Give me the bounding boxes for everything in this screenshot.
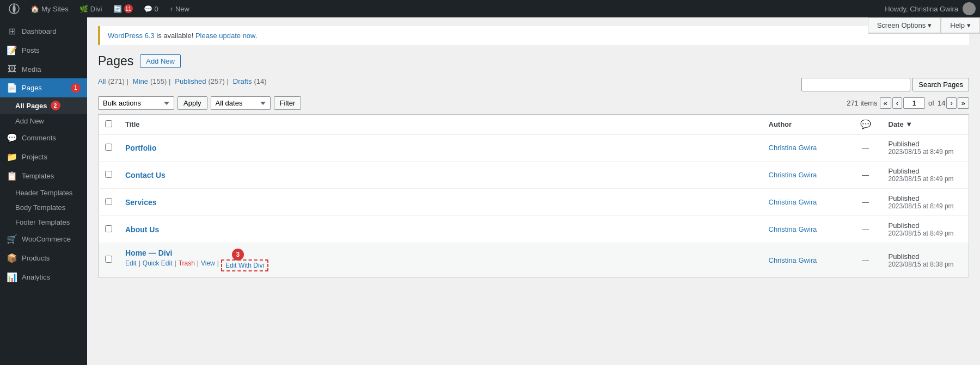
sep4: | (217, 259, 219, 271)
comments-val-home: — (862, 256, 869, 264)
page-number-input[interactable] (903, 97, 925, 109)
avatar (963, 2, 976, 15)
search-input[interactable] (801, 78, 910, 91)
sidebar-pages-label: Pages (22, 84, 42, 92)
comments-val-services: — (862, 198, 869, 206)
sidebar-item-posts[interactable]: 📝 Posts (0, 41, 87, 60)
th-date[interactable]: Date ▼ (882, 115, 969, 134)
view-link-home[interactable]: View (201, 259, 215, 271)
first-page-button[interactable]: « (880, 97, 891, 109)
filter-published-count: (257) | (208, 77, 228, 85)
filter-mine[interactable]: Mine (133, 77, 148, 85)
comment-col-icon: 💬 (860, 120, 871, 129)
table-row: Services Christina Gwira — Published 202… (99, 189, 969, 216)
author-link-about[interactable]: Christina Gwira (769, 225, 817, 233)
sidebar-sub-body-templates[interactable]: Body Templates (0, 200, 87, 215)
sidebar-sub-header-templates[interactable]: Header Templates (0, 185, 87, 200)
projects-icon: 📁 (7, 152, 17, 162)
sidebar-item-woocommerce[interactable]: 🛒 WooCommerce (0, 230, 87, 249)
sidebar-posts-label: Posts (22, 46, 40, 54)
sidebar-item-dashboard[interactable]: ⊞ Dashboard (0, 22, 87, 41)
wp-icon-link[interactable] (4, 0, 24, 17)
sidebar-item-media[interactable]: 🖼 Media (0, 60, 87, 78)
filter-all[interactable]: All (98, 77, 106, 85)
my-sites-link[interactable]: 🏠 My Sites (26, 0, 73, 17)
filter-published[interactable]: Published (175, 77, 206, 85)
posts-icon: 📝 (7, 45, 17, 55)
table-header-row: Title Author 💬 Date ▼ (99, 115, 969, 134)
screen-options-button[interactable]: Screen Options ▾ (868, 17, 941, 33)
site-name-link[interactable]: 🌿 Divi (75, 0, 107, 17)
author-link-portfolio[interactable]: Christina Gwira (769, 144, 817, 152)
filter-button[interactable]: Filter (274, 96, 302, 110)
chevron-down-icon-help: ▾ (967, 21, 971, 29)
date-filter-select[interactable]: All dates (211, 96, 271, 110)
th-author[interactable]: Author (762, 115, 849, 134)
sidebar-sub-all-pages[interactable]: All Pages 2 (0, 97, 87, 114)
new-content-link[interactable]: + New (165, 0, 194, 17)
svg-point-1 (13, 8, 15, 10)
comments-link[interactable]: 💬 0 (139, 0, 163, 17)
filter-drafts[interactable]: Drafts (233, 77, 252, 85)
screen-options-label: Screen Options (877, 21, 926, 29)
date-header-label: Date ▼ (889, 120, 913, 128)
row-comments-home: — (849, 243, 882, 277)
sidebar-sub-add-new[interactable]: Add New (0, 114, 87, 128)
trash-link-home[interactable]: Trash (179, 259, 195, 271)
last-page-button[interactable]: » (958, 97, 969, 109)
page-link-portfolio[interactable]: Portfolio (125, 144, 157, 152)
row-title-services: Services (119, 189, 762, 216)
pages-table: Title Author 💬 Date ▼ (98, 114, 969, 277)
help-button[interactable]: Help ▾ (941, 17, 980, 33)
row-author-portfolio: Christina Gwira (762, 134, 849, 162)
page-link-about[interactable]: About Us (125, 225, 159, 234)
page-link-home[interactable]: Home — Divi (125, 249, 172, 257)
row-checkbox-services[interactable] (105, 198, 112, 205)
edit-with-divi-link[interactable]: Edit With Divi (221, 259, 268, 271)
row-checkbox-portfolio[interactable] (105, 144, 112, 151)
select-all-checkbox[interactable] (105, 120, 112, 127)
wp-version-link[interactable]: WordPress 6.3 (108, 32, 155, 40)
row-title-portfolio: Portfolio (119, 134, 762, 162)
add-new-button[interactable]: Add New (140, 54, 181, 68)
sidebar-media-label: Media (22, 65, 41, 73)
title-header-label: Title (125, 120, 140, 128)
date-status-contact: Published (889, 167, 963, 175)
author-link-home[interactable]: Christina Gwira (769, 256, 817, 264)
header-templates-label: Header Templates (15, 189, 72, 197)
row-checkbox-contact[interactable] (105, 171, 112, 178)
prev-page-button[interactable]: ‹ (892, 97, 902, 109)
row-title-home: Home — Divi Edit | Quick Edit | Trash | … (119, 243, 762, 277)
date-val-about: 2023/08/15 at 8:49 pm (889, 230, 963, 237)
row-checkbox-home[interactable] (105, 256, 112, 263)
sidebar-item-products[interactable]: 📦 Products (0, 249, 87, 268)
row-checkbox-about[interactable] (105, 225, 112, 232)
sidebar-projects-label: Projects (22, 153, 47, 161)
table-row: Home — Divi Edit | Quick Edit | Trash | … (99, 243, 969, 277)
page-link-services[interactable]: Services (125, 198, 157, 207)
update-now-link[interactable]: Please update now (195, 32, 255, 40)
updates-link[interactable]: 🔄 11 (109, 0, 137, 17)
author-link-services[interactable]: Christina Gwira (769, 198, 817, 206)
quick-edit-link-home[interactable]: Quick Edit (143, 259, 173, 271)
apply-button[interactable]: Apply (177, 96, 207, 110)
sidebar-item-templates[interactable]: 📋 Templates (0, 166, 87, 185)
edit-divi-step-badge: 3 (232, 249, 244, 261)
row-cb-contact (99, 162, 119, 189)
sidebar-sub-footer-templates[interactable]: Footer Templates (0, 215, 87, 230)
sidebar-woocommerce-label: WooCommerce (22, 235, 71, 243)
sidebar-item-analytics[interactable]: 📊 Analytics (0, 268, 87, 287)
bulk-actions-select[interactable]: Bulk actions (98, 96, 174, 110)
next-page-button[interactable]: › (946, 97, 956, 109)
sidebar-item-pages[interactable]: 📄 Pages 1 (0, 78, 87, 97)
row-author-contact: Christina Gwira (762, 162, 849, 189)
sidebar-item-projects[interactable]: 📁 Projects (0, 147, 87, 166)
my-sites-icon: 🏠 (30, 5, 39, 13)
sidebar-item-comments[interactable]: 💬 Comments (0, 128, 87, 147)
page-link-contact[interactable]: Contact Us (125, 171, 166, 180)
site-name-label: Divi (90, 5, 102, 13)
search-pages-button[interactable]: Search Pages (912, 78, 969, 91)
author-link-contact[interactable]: Christina Gwira (769, 171, 817, 179)
edit-link-home[interactable]: Edit (125, 259, 137, 271)
th-title[interactable]: Title (119, 115, 762, 134)
